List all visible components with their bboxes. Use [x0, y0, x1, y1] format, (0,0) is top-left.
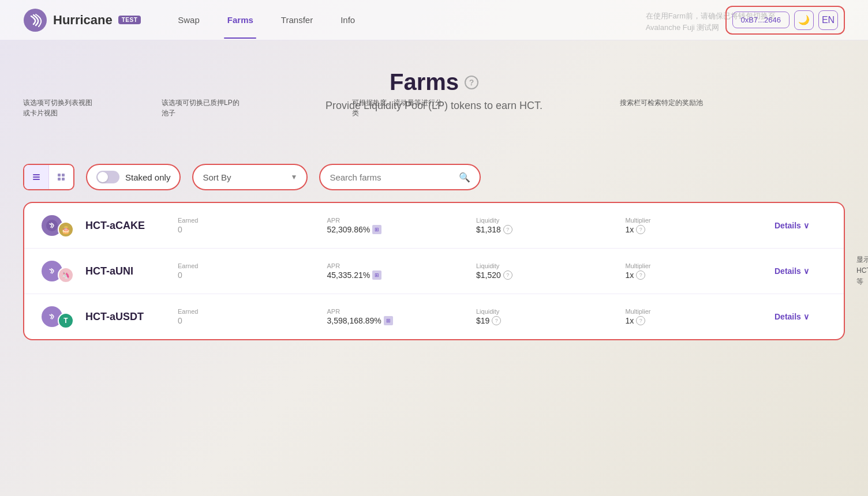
toggle-knob [98, 172, 108, 182]
multiplier-info-icon[interactable]: ? [636, 270, 645, 280]
chevron-down-icon: ∨ [803, 312, 809, 321]
search-icon: 🔍 [459, 172, 470, 183]
title-help-icon[interactable]: ? [465, 76, 478, 89]
nav-swap[interactable]: Swap [164, 10, 214, 29]
sort-arrow-icon: ▼ [291, 173, 298, 181]
farm-apr: APR 45,335.21% ⊞ [327, 262, 465, 280]
farms-section: 🎂 HCT-aCAKE Earned 0 APR 52,309.86% ⊞ Li… [23, 202, 845, 340]
sort-label: Sort By [203, 172, 231, 182]
farm-icons-hct-ausdt: T [42, 305, 74, 329]
view-toggle [23, 164, 74, 190]
farm-earned: Earned 0 [178, 308, 316, 325]
main-nav: Swap Farms Transfer Info [164, 10, 725, 29]
test-badge: TEST [118, 16, 141, 24]
chevron-down-icon: ∨ [803, 266, 809, 276]
farm-secondary-icon: T [58, 313, 74, 329]
farm-liquidity: Liquidity $1,520 ? [476, 262, 614, 280]
apr-calc-icon[interactable]: ⊞ [384, 316, 393, 325]
header-right-group: 0xB7...2646 🌙 EN [725, 6, 845, 35]
main-content: Farms ? Provide Liquidity Pool (LP) toke… [0, 40, 868, 363]
chevron-down-icon: ∨ [803, 221, 809, 230]
farm-secondary-icon: 🦄 [58, 267, 74, 283]
farm-icons-hct-acake: 🎂 [42, 213, 74, 238]
farm-liquidity: Liquidity $19 ? [476, 308, 614, 325]
apr-calc-icon[interactable]: ⊞ [372, 270, 381, 280]
details-button[interactable]: Details ∨ [775, 312, 826, 321]
farm-liquidity: Liquidity $1,318 ? [476, 217, 614, 234]
svg-rect-1 [33, 174, 40, 175]
farm-secondary-icon: 🎂 [58, 221, 74, 238]
liquidity-info-icon[interactable]: ? [503, 225, 512, 234]
annotation-sort: 可根据热度、流动量等进行分类 [352, 97, 444, 118]
details-button[interactable]: Details ∨ [775, 266, 826, 276]
farm-name: HCT-aCAKE [85, 220, 166, 232]
list-view-button[interactable] [24, 165, 48, 189]
svg-rect-6 [58, 178, 61, 181]
card-view-button[interactable] [49, 165, 73, 189]
nav-info[interactable]: Info [327, 10, 369, 29]
farms-annotation: 显示可参与流动性挖矿的LP-Token，HCT收益，APR，流动性，奖励系数等 [856, 254, 868, 288]
staked-toggle[interactable] [96, 171, 119, 183]
svg-rect-7 [62, 178, 65, 181]
farm-multiplier: Multiplier 1x ? [626, 217, 764, 234]
farms-list: 🎂 HCT-aCAKE Earned 0 APR 52,309.86% ⊞ Li… [23, 202, 845, 340]
logo-text: Hurricane [53, 13, 113, 28]
theme-toggle-button[interactable]: 🌙 [794, 10, 814, 30]
liquidity-info-icon[interactable]: ? [503, 270, 512, 280]
controls-area: Staked only Sort By ▼ 🔍 [23, 164, 845, 190]
farm-apr: APR 3,598,168.89% ⊞ [327, 308, 465, 325]
liquidity-info-icon[interactable]: ? [492, 316, 501, 325]
multiplier-info-icon[interactable]: ? [636, 225, 645, 234]
svg-rect-3 [33, 179, 40, 180]
svg-rect-5 [62, 174, 65, 176]
farm-icons-hct-auni: 🦄 [42, 259, 74, 283]
farm-row: 🦄 HCT-aUNI Earned 0 APR 45,335.21% ⊞ Liq… [24, 249, 844, 294]
list-icon [32, 172, 41, 182]
farm-earned: Earned 0 [178, 217, 316, 234]
logo-area: Hurricane TEST [23, 8, 141, 32]
header: Hurricane TEST Swap Farms Transfer Info … [0, 0, 868, 40]
search-input[interactable] [330, 172, 454, 182]
farm-apr: APR 52,309.86% ⊞ [327, 217, 465, 234]
farm-earned: Earned 0 [178, 262, 316, 280]
svg-rect-4 [58, 174, 61, 176]
farm-row: 🎂 HCT-aCAKE Earned 0 APR 52,309.86% ⊞ Li… [24, 203, 844, 249]
sort-by-select[interactable]: Sort By ▼ [192, 164, 308, 190]
staked-toggle-wrap: Staked only [86, 164, 181, 190]
farm-row: T HCT-aUSDT Earned 0 APR 3,598,168.89% ⊞… [24, 294, 844, 339]
annotation-view: 该选项可切换列表视图或卡片视图 [23, 97, 92, 118]
svg-rect-2 [33, 176, 40, 178]
staked-label: Staked only [125, 172, 170, 182]
language-button[interactable]: EN [818, 10, 838, 30]
annotation-search: 搜索栏可检索特定的奖励池 [620, 97, 712, 108]
farm-multiplier: Multiplier 1x ? [626, 262, 764, 280]
apr-calc-icon[interactable]: ⊞ [372, 225, 381, 234]
farm-name: HCT-aUSDT [85, 311, 166, 323]
nav-farms[interactable]: Farms [214, 10, 267, 29]
page-title: Farms ? [390, 69, 478, 95]
search-wrap: 🔍 [319, 164, 481, 190]
nav-transfer[interactable]: Transfer [267, 10, 327, 29]
grid-icon [57, 172, 66, 182]
details-button[interactable]: Details ∨ [775, 221, 826, 230]
wallet-button[interactable]: 0xB7...2646 [732, 12, 790, 28]
farm-multiplier: Multiplier 1x ? [626, 308, 764, 325]
annotation-staked: 该选项可切换已质押LP的池子 [162, 97, 242, 118]
page-title-section: Farms ? Provide Liquidity Pool (LP) toke… [23, 58, 845, 129]
logo-icon [23, 8, 47, 32]
farm-name: HCT-aUNI [85, 265, 166, 277]
multiplier-info-icon[interactable]: ? [636, 316, 645, 325]
